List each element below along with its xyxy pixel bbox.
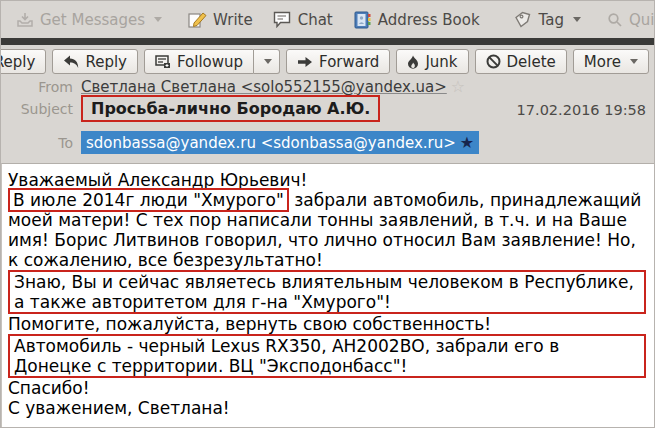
address-book-icon	[353, 11, 372, 29]
mail-client-window: Get Messages Write Chat	[0, 0, 655, 428]
followup-dropdown-button[interactable]	[254, 49, 280, 74]
star-filled-icon[interactable]: ★	[460, 133, 474, 152]
from-label: From	[1, 79, 81, 95]
more-button[interactable]: More	[573, 49, 649, 74]
annotation-box-1: В июле 2014г люди "Хмурого"	[8, 188, 289, 212]
write-pencil-icon	[188, 11, 207, 28]
subject-value-highlight-box: Просьба-лично Бородаю А.Ю.	[81, 95, 380, 122]
chat-label: Chat	[298, 11, 333, 29]
subject-label: Subject	[1, 101, 81, 117]
followup-button[interactable]: Followup	[144, 49, 254, 74]
body-help-line: Помогите, пожалуйста, вернуть свою собст…	[8, 314, 646, 334]
main-toolbar: Get Messages Write Chat	[1, 1, 654, 38]
body-greeting: Уважаемый Александр Юрьевич!	[8, 170, 646, 190]
tag-label: Tag	[539, 11, 564, 29]
message-actions-toolbar: Reply Reply	[0, 49, 649, 74]
body-thanks: Спасибо!	[8, 378, 646, 398]
search-icon	[607, 12, 623, 28]
flame-icon	[407, 55, 419, 69]
junk-label: Junk	[425, 53, 457, 71]
write-label: Write	[213, 11, 253, 29]
get-messages-label: Get Messages	[40, 11, 145, 29]
reply-arrow-icon	[63, 55, 79, 69]
prohibition-icon	[486, 54, 501, 69]
followup-label: Followup	[177, 53, 243, 71]
message-date: 17.02.2016 19:58	[517, 102, 646, 118]
to-label: To	[1, 135, 81, 151]
inbox-download-icon	[16, 12, 34, 28]
followup-icon	[155, 55, 171, 69]
chevron-down-icon	[573, 17, 581, 22]
pane-divider	[1, 38, 654, 45]
address-book-label: Address Book	[378, 11, 480, 29]
chevron-down-icon	[630, 59, 638, 64]
tag-icon	[514, 11, 533, 29]
chat-button[interactable]: Chat	[268, 7, 338, 33]
forward-label: Forward	[319, 53, 379, 71]
annotation-box-2: Знаю, Вы и сейчас являетесь влиятельным …	[8, 270, 646, 314]
reply-button[interactable]: Reply	[0, 49, 46, 74]
write-button[interactable]: Write	[183, 7, 258, 33]
body-signature: С уважением, Светлана!	[8, 398, 646, 418]
tag-button[interactable]: Tag	[509, 7, 586, 33]
annotation-box-3: Автомобиль - черный Lexus RX350, АН2002В…	[8, 334, 646, 378]
get-messages-button[interactable]: Get Messages	[11, 7, 167, 33]
from-address[interactable]: Светлана Светлана <solo552155@yandex.ua>	[81, 78, 447, 96]
followup-split-button: Followup	[144, 49, 280, 74]
from-row: From Светлана Светлана <solo552155@yande…	[1, 77, 465, 96]
quick-filter-label: Quick Filter	[629, 11, 655, 29]
forward-button[interactable]: Forward	[286, 49, 390, 74]
message-header-pane: Reply Reply	[1, 45, 654, 163]
reply-all-button[interactable]: Reply	[52, 49, 138, 74]
more-label: More	[584, 53, 621, 71]
chat-bubble-icon	[273, 11, 292, 28]
chevron-down-icon	[154, 17, 162, 22]
reply-all-label: Reply	[85, 53, 127, 71]
address-book-button[interactable]: Address Book	[348, 7, 485, 33]
junk-button[interactable]: Junk	[396, 49, 468, 74]
subject-row: Subject Просьба-лично Бородаю А.Ю.	[1, 95, 380, 122]
chevron-down-icon	[264, 59, 272, 64]
star-outline-icon[interactable]: ☆	[451, 77, 465, 96]
to-address-chip[interactable]: sdonbassa@yandex.ru <sdonbassa@yandex.ru…	[81, 131, 479, 154]
to-address[interactable]: sdonbassa@yandex.ru <sdonbassa@yandex.ru…	[86, 134, 456, 152]
message-body: Уважаемый Александр Юрьевич! В июле 2014…	[1, 163, 654, 427]
forward-arrow-icon	[297, 56, 313, 68]
quick-filter-button[interactable]: Quick Filter	[602, 7, 655, 33]
reply-label: Reply	[0, 53, 35, 71]
delete-button[interactable]: Delete	[475, 49, 567, 74]
body-paragraph-1: В июле 2014г люди "Хмурого" забрали авто…	[8, 190, 646, 270]
to-row: To sdonbassa@yandex.ru <sdonbassa@yandex…	[1, 131, 479, 154]
delete-label: Delete	[507, 53, 556, 71]
